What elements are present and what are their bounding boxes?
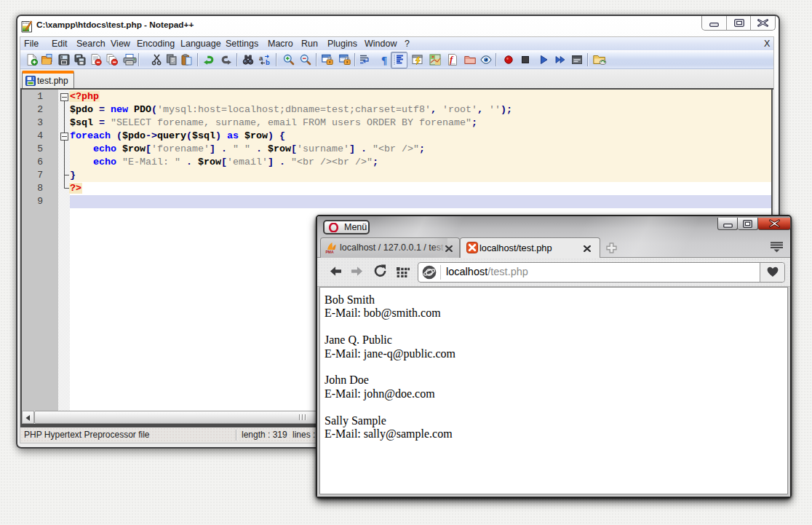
svg-text:b: b xyxy=(266,58,270,66)
svg-text:¶: ¶ xyxy=(381,55,387,66)
svg-text:a: a xyxy=(259,54,263,62)
svg-text:PMA: PMA xyxy=(326,250,335,254)
